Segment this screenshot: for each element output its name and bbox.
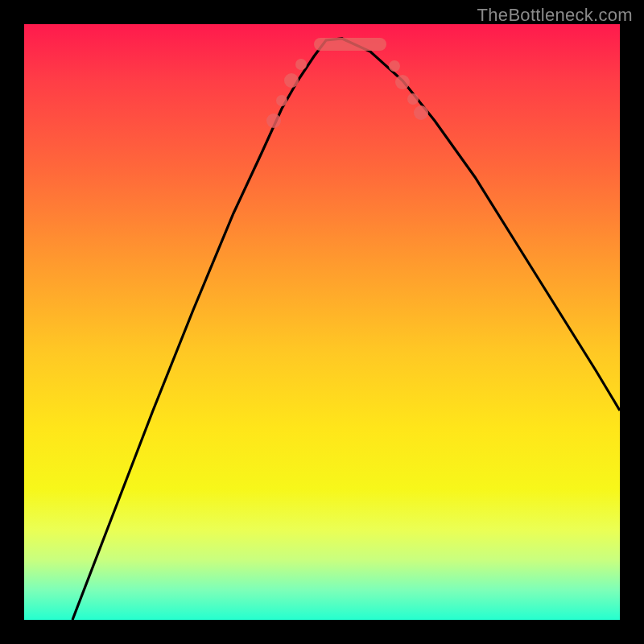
curve-marker (284, 73, 299, 88)
gradient-plot (24, 24, 620, 620)
curve-marker (276, 95, 287, 106)
curve-marker (389, 60, 400, 72)
curve-marker (266, 114, 281, 128)
curve-marker (407, 93, 419, 105)
curve-marker (414, 105, 428, 120)
curve-marker (295, 59, 307, 70)
bottleneck-curve (24, 24, 620, 620)
page-frame: TheBottleneck.com (0, 0, 644, 644)
watermark-text: TheBottleneck.com (477, 5, 633, 26)
curve-trough-pill (314, 38, 386, 51)
curve-marker (395, 75, 410, 89)
